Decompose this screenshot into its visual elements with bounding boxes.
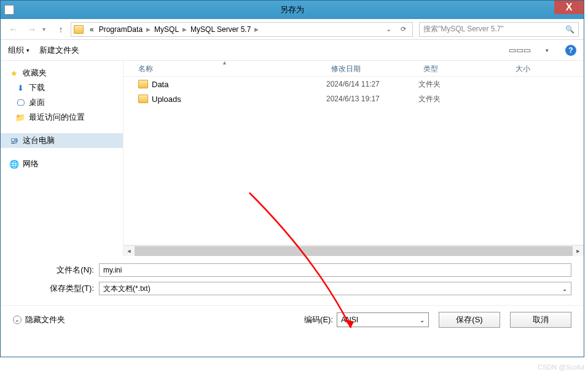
- titlebar: 另存为 X: [1, 1, 584, 19]
- filename-label: 文件名(N):: [13, 265, 99, 276]
- horizontal-scrollbar[interactable]: ◄ ►: [123, 245, 584, 256]
- chevron-right-icon: ▶: [145, 26, 152, 33]
- chevron-right-icon: ▶: [253, 26, 260, 33]
- filetype-select[interactable]: 文本文档(*.txt) ⌄: [99, 282, 571, 295]
- computer-icon: 🖳: [9, 136, 19, 145]
- file-row[interactable]: Data 2024/6/14 11:27 文件夹: [123, 77, 584, 91]
- column-name[interactable]: 名称 ▲: [123, 61, 326, 76]
- folder-icon: [138, 80, 148, 88]
- sidebar-recent[interactable]: 📁 最近访问的位置: [1, 110, 123, 125]
- refresh-button[interactable]: ⟳: [396, 23, 410, 36]
- address-bar[interactable]: « ProgramData ▶ MySQL ▶ MySQL Server 5.7…: [71, 22, 413, 37]
- sidebar-network[interactable]: 🌐 网络: [1, 157, 123, 171]
- download-icon: ⬇: [15, 83, 25, 93]
- encoding-label: 编码(E):: [304, 314, 333, 325]
- column-type[interactable]: 类型: [418, 61, 511, 76]
- sidebar-favorites-header[interactable]: ★ 收藏夹: [1, 66, 123, 80]
- chevron-down-icon: ⌄: [420, 317, 425, 324]
- desktop-icon: 🖵: [15, 98, 25, 107]
- body-area: ★ 收藏夹 ⬇ 下载 🖵 桌面 📁 最近访问的位置 🖳: [1, 61, 584, 256]
- new-folder-button[interactable]: 新建文件夹: [39, 45, 79, 56]
- view-dropdown[interactable]: ▾: [538, 44, 555, 56]
- watermark: CSDN @Scoful: [538, 363, 584, 371]
- breadcrumb-item[interactable]: MySQL Server 5.7: [188, 25, 253, 34]
- chevron-right-icon: ▶: [181, 26, 188, 33]
- save-form: 文件名(N): 保存类型(T): 文本文档(*.txt) ⌄: [1, 256, 584, 305]
- address-dropdown[interactable]: ⌄: [382, 23, 395, 36]
- column-size[interactable]: 大小: [511, 61, 584, 76]
- file-area: 名称 ▲ 修改日期 类型 大小 Data 2024/6/14 11:27 文件夹…: [123, 61, 584, 256]
- file-list: Data 2024/6/14 11:27 文件夹 Uploads 2024/6/…: [123, 77, 584, 245]
- scroll-left-button[interactable]: ◄: [123, 246, 135, 256]
- chevron-down-icon: ⌄: [13, 316, 22, 324]
- breadcrumb-prefix: «: [87, 25, 96, 34]
- recent-icon: 📁: [15, 112, 25, 122]
- file-row[interactable]: Uploads 2024/6/13 19:17 文件夹: [123, 91, 584, 106]
- up-button[interactable]: ↑: [53, 22, 68, 37]
- toolbar: 组织▾ 新建文件夹 ▭▭▭ ▾ ?: [1, 40, 584, 61]
- sidebar-downloads[interactable]: ⬇ 下载: [1, 80, 123, 95]
- column-date[interactable]: 修改日期: [326, 61, 418, 76]
- sort-indicator-icon: ▲: [222, 60, 227, 66]
- save-button[interactable]: 保存(S): [439, 312, 500, 328]
- scroll-thumb[interactable]: [135, 246, 573, 256]
- search-icon: 🔍: [565, 25, 574, 34]
- encoding-select[interactable]: ANSI ⌄: [337, 312, 429, 327]
- back-button[interactable]: ←: [6, 21, 22, 37]
- chevron-down-icon: ⌄: [562, 285, 567, 292]
- filetype-label: 保存类型(T):: [13, 283, 99, 294]
- star-icon: ★: [9, 68, 19, 78]
- column-headers: 名称 ▲ 修改日期 类型 大小: [123, 61, 584, 77]
- view-options-button[interactable]: ▭▭▭: [511, 44, 528, 56]
- close-button[interactable]: X: [554, 1, 584, 14]
- folder-icon: [74, 25, 84, 34]
- forward-button[interactable]: →: [24, 21, 40, 37]
- organize-menu[interactable]: 组织▾: [8, 45, 29, 56]
- search-placeholder: 搜索"MySQL Server 5.7": [423, 24, 565, 34]
- hide-folders-toggle[interactable]: ⌄ 隐藏文件夹: [13, 314, 65, 325]
- history-dropdown[interactable]: ▾: [42, 26, 51, 33]
- breadcrumb-item[interactable]: MySQL: [152, 25, 181, 34]
- window-title: 另存为: [280, 4, 304, 15]
- save-as-dialog: 另存为 X ← → ▾ ↑ « ProgramData ▶ MySQL ▶ My…: [0, 0, 584, 357]
- network-icon: 🌐: [9, 159, 19, 169]
- scroll-track[interactable]: [135, 246, 573, 256]
- bottom-bar: ⌄ 隐藏文件夹 编码(E): ANSI ⌄ 保存(S) 取消: [1, 305, 584, 336]
- filename-input[interactable]: [99, 263, 571, 277]
- navigation-bar: ← → ▾ ↑ « ProgramData ▶ MySQL ▶ MySQL Se…: [1, 19, 584, 40]
- scroll-right-button[interactable]: ►: [573, 246, 584, 256]
- sidebar: ★ 收藏夹 ⬇ 下载 🖵 桌面 📁 最近访问的位置 🖳: [1, 61, 123, 256]
- help-button[interactable]: ?: [565, 45, 576, 56]
- breadcrumb-item[interactable]: ProgramData: [96, 25, 145, 34]
- folder-icon: [138, 95, 148, 103]
- cancel-button[interactable]: 取消: [510, 312, 571, 328]
- app-icon: [4, 5, 14, 15]
- search-input[interactable]: 搜索"MySQL Server 5.7" 🔍: [419, 22, 579, 37]
- sidebar-this-pc[interactable]: 🖳 这台电脑: [1, 133, 123, 148]
- sidebar-desktop[interactable]: 🖵 桌面: [1, 95, 123, 110]
